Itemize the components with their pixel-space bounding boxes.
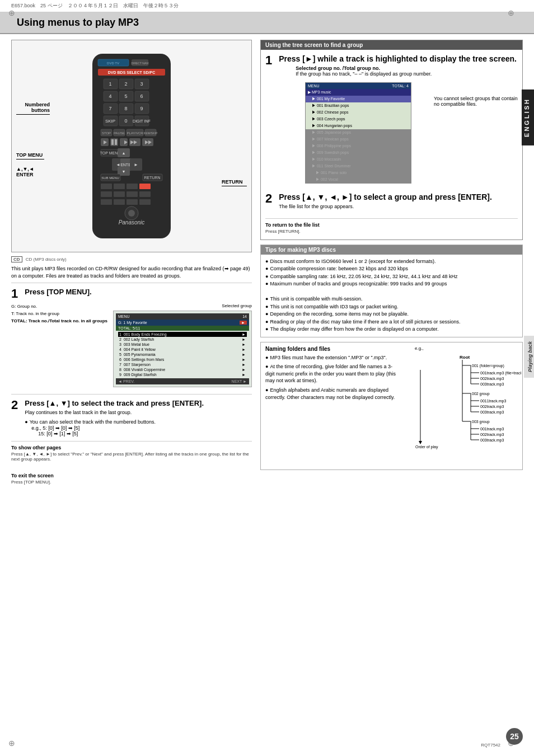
svg-text:Order of play: Order of play [415,445,438,449]
page-title: Using menus to play MP3 [17,17,139,28]
svg-text:REW/SKIP: REW/SKIP [144,132,158,135]
svg-text:PLAY/VCR: PLAY/VCR [127,132,143,135]
tips-box: Tips for making MP3 discs Discs must con… [260,245,523,337]
svg-text:STOP: STOP [102,132,111,135]
tips-header: Tips for making MP3 discs [261,245,522,255]
svg-text:►: ► [134,162,138,167]
right-step-1: 1 Press [►] while a track is highlighted… [265,54,518,187]
svg-rect-43 [115,139,117,145]
svg-rect-78 [127,199,138,205]
svg-text:003track.mp3: 003track.mp3 [480,382,504,387]
rqt-label: RQT7542 [481,741,500,748]
naming-left: Naming folders and files MP3 files must … [261,342,405,469]
right-column: Using the tree screen to find a group 1 … [260,40,523,486]
svg-text:DVD  BDS SELECT  SD/PC: DVD BDS SELECT SD/PC [108,71,155,74]
svg-text:002track.mp3: 002track.mp3 [480,405,504,409]
svg-rect-68 [101,184,112,189]
svg-rect-74 [127,191,138,197]
g-t-labels: G: Group no. T: Track no. in the group T… [11,303,107,389]
svg-text:Root: Root [460,355,470,360]
naming-right: e.g., Root 001 (folder=group) 001track.m… [410,342,522,469]
svg-rect-71 [139,184,151,189]
page-title-bar: Using menus to play MP3 [0,12,534,34]
svg-text:003track.mp3: 003track.mp3 [480,410,504,415]
svg-text:2: 2 [124,81,127,87]
english-tab: ENGLISH [522,90,534,145]
svg-text:9: 9 [140,106,143,111]
svg-rect-70 [127,184,138,189]
numbered-buttons-label: Numbered buttons [16,102,50,115]
exit-screen: To exit the screen Press [TOP MENU]. [11,473,252,485]
tree-section-header: Using the tree screen to find a group [261,40,522,50]
svg-text:8: 8 [124,106,127,111]
svg-text:DIGIT INF: DIGIT INF [133,119,151,123]
svg-text:001track.mp3: 001track.mp3 [480,427,504,431]
svg-text:TOP MENU: TOP MENU [100,151,121,155]
svg-text:DVD TV: DVD TV [107,62,119,65]
svg-text:3: 3 [140,81,143,87]
tips-body: Discs must conform to ISO9660 level 1 or… [261,255,522,337]
remote-svg: DVD TV DIRECT NAVI DVD BDS SELECT SD/PC … [76,51,188,241]
svg-rect-77 [114,199,125,205]
corner-mark-bl: ⊕ [8,739,15,748]
svg-text:▼: ▼ [122,170,126,173]
svg-text:0: 0 [124,118,127,124]
svg-text:SUB MENU: SUB MENU [101,176,119,180]
svg-rect-79 [139,199,151,205]
left-column: DVD TV DIRECT NAVI DVD BDS SELECT SD/PC … [11,40,252,486]
left-step-2: 2 Press [▲, ▼] to select the track and p… [11,399,252,436]
remote-illustration: DVD TV DIRECT NAVI DVD BDS SELECT SD/PC … [11,40,252,252]
svg-text:002track.mp3: 002track.mp3 [480,433,504,437]
svg-text:5: 5 [124,93,127,99]
svg-text:▲: ▲ [122,151,126,155]
svg-rect-69 [114,184,125,189]
return-label: RETURN [222,179,247,186]
file-tree-diagram: Root 001 (folder=group) 001track.mp3 (fi… [415,353,521,465]
playing-back-label: Playing back [524,336,534,378]
svg-text:003track.mp3: 003track.mp3 [480,438,504,443]
svg-text:DIRECT NAVI: DIRECT NAVI [131,62,148,65]
svg-text:Panasonic: Panasonic [119,219,145,226]
svg-text:RETURN: RETURN [144,176,160,180]
left-screen-display: MENU 14 G: 1 My Favorite ► TOTAL: 5/11 1… [113,311,252,387]
svg-text:6: 6 [140,93,143,99]
return-to-file-list: To return to the file list Press [RETURN… [265,222,518,234]
tree-screen-display: MENU TOTAL: 4 ▶ MP3 music ▶ 001 My Favor… [305,82,411,184]
svg-text:002 group: 002 group [472,392,490,396]
svg-text:PAUSE: PAUSE [114,132,125,135]
svg-text:001 (folder=group): 001 (folder=group) [472,364,504,368]
svg-rect-75 [139,191,151,197]
svg-text:001track.mp3 (file=track): 001track.mp3 (file=track) [480,371,521,375]
arrow-enter-label: ▲,▼,◄ ENTER [16,166,34,177]
svg-point-82 [128,210,135,217]
top-bar: E657.book 25 ページ ２００４年５月１２日 水曜日 午後２時５３分 [0,0,534,12]
corner-mark-tl: ⊕ [8,8,15,17]
tree-screen-section: Using the tree screen to find a group 1 … [260,40,523,240]
show-other-pages: To show other pages Press [▲, ▼, ◄, ►] t… [11,445,252,462]
svg-text:7: 7 [109,106,111,111]
svg-rect-72 [101,191,112,197]
svg-rect-42 [111,139,114,145]
left-step-1: 1 Press [TOP MENU]. G: Group no. T: Trac… [11,288,252,389]
intro-text: This unit plays MP3 files recorded on CD… [11,265,252,279]
selected-group-label: Selected group [113,303,252,308]
svg-rect-76 [101,199,112,205]
page-number: 25 [506,728,523,745]
svg-rect-73 [114,191,125,197]
naming-box: Naming folders and files MP3 files must … [260,342,523,470]
svg-text:1: 1 [109,81,111,87]
svg-text:4: 4 [109,93,111,99]
svg-text:◄: ◄ [116,162,120,167]
svg-text:002track.mp3: 002track.mp3 [480,377,504,381]
corner-mark-tr: ⊕ [508,8,514,17]
top-menu-label: TOP MENU [16,152,44,159]
cannot-select-note: You cannot select groups that contain no… [434,96,518,187]
svg-text:003 group: 003 group [472,420,490,424]
svg-text:SKIP: SKIP [105,119,115,124]
right-step-2: 2 Press [▲, ▼, ◄, ►] to select a group a… [265,192,518,213]
cd-note: CD CD (MP3 discs only) [11,257,252,262]
file-ref: E657.book 25 ページ ２００４年５月１２日 水曜日 午後２時５３分 [11,2,179,10]
svg-text:0011track.mp3: 0011track.mp3 [480,399,506,403]
